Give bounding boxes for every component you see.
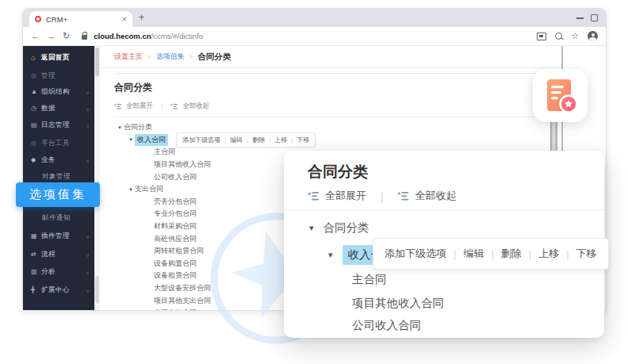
expand-all-button[interactable]: 全部展开: [325, 189, 366, 203]
flow-icon: ⇄: [31, 251, 41, 258]
action-delete[interactable]: 删除: [501, 247, 522, 261]
tree-node-label[interactable]: 项目其他收入合同: [352, 296, 444, 311]
sidebar-item-process[interactable]: ⇄ 流程 ∨: [23, 248, 94, 261]
separator: |: [566, 248, 569, 260]
send-to-devices-icon[interactable]: [537, 33, 546, 40]
platform-tools-icon: ◎: [31, 140, 41, 147]
sidebar-item-label: 扩展中心: [41, 285, 70, 295]
breadcrumb-settings-home[interactable]: 设置主页: [114, 52, 143, 62]
analysis-icon: ▥: [31, 269, 41, 275]
sidebar-item-log-management[interactable]: ▤ 日志管理 ∨: [23, 119, 94, 132]
minimize-icon[interactable]: [576, 17, 584, 19]
zoom-icon[interactable]: [555, 33, 562, 40]
sidebar-item-management[interactable]: ◎ 管理: [23, 70, 94, 82]
browser-titlebar: CRM+ × +: [23, 9, 606, 27]
sidebar-item-analysis[interactable]: ▥ 分析 ∨: [23, 266, 94, 278]
log-icon: ▤: [31, 122, 41, 128]
tree-node-label[interactable]: 支出合同: [135, 184, 163, 194]
action-move-up[interactable]: 上移: [538, 247, 559, 261]
document-star-icon: [544, 78, 577, 114]
tree-node-label-selected[interactable]: 收入合同: [135, 134, 168, 146]
sidebar-item-mail-notification[interactable]: 邮件通知: [23, 212, 94, 224]
sidebar-item-plugin-management[interactable]: ▦ 插件管理 ∨: [23, 230, 94, 243]
separator: |: [291, 136, 293, 144]
new-tab-button[interactable]: +: [139, 12, 144, 23]
separator: |: [491, 248, 493, 260]
tree-node-label[interactable]: 主合同: [352, 272, 387, 287]
profile-avatar[interactable]: [588, 31, 598, 41]
browser-tab[interactable]: CRM+ ×: [29, 11, 132, 27]
sidebar-scrollbar[interactable]: [94, 46, 100, 310]
expand-all-button[interactable]: 全部展开: [126, 102, 153, 111]
tree-node-label[interactable]: 大型设备安拆合同: [154, 283, 211, 293]
tree-node[interactable]: 公司收入合同: [352, 318, 421, 333]
sidebar-item-platform-tools[interactable]: ◎ 平台工具: [23, 137, 94, 150]
caret-down-icon[interactable]: ▾: [309, 223, 314, 233]
collapse-all-icon: [170, 103, 178, 110]
tree-node-label[interactable]: 合同分类: [324, 220, 370, 236]
tree-node-label[interactable]: 公司收入合同: [154, 172, 197, 182]
action-move-down[interactable]: 下移: [576, 247, 597, 261]
tree-node-label[interactable]: 公司收入合同: [352, 318, 421, 333]
tree-node-label[interactable]: 合同分类: [124, 122, 152, 132]
tree-node-label[interactable]: 劳务分包合同: [154, 197, 197, 207]
caret-down-icon[interactable]: ▾: [127, 136, 135, 143]
sidebar-item-extension-center[interactable]: ╋ 扩展中心 ∨: [23, 284, 94, 297]
back-icon[interactable]: ←: [31, 32, 40, 40]
bookmark-star-icon[interactable]: ☆: [571, 32, 579, 40]
tree-node-income[interactable]: ▾ 收入合同 添加下级选项 | 编辑 | 删除 | 上移 | 下移: [114, 134, 547, 147]
caret-down-icon[interactable]: ▾: [116, 125, 124, 131]
option-sets-callout[interactable]: 选项值集: [16, 182, 100, 207]
sidebar-item-data[interactable]: ◷ 数据 ∨: [23, 102, 94, 115]
action-move-down[interactable]: 下移: [297, 136, 309, 144]
tree-node-label[interactable]: 周转材租赁合同: [154, 246, 204, 256]
tree-node-root[interactable]: ▾ 合同分类: [309, 220, 370, 236]
tab-close-icon[interactable]: ×: [122, 15, 127, 24]
sidebar-item-object-management[interactable]: 对象管理: [23, 171, 94, 183]
action-move-up[interactable]: 上移: [274, 136, 287, 144]
tree-node-label[interactable]: 材料采购合同: [154, 221, 197, 232]
tree-node[interactable]: 主合同: [352, 272, 387, 287]
action-edit[interactable]: 编辑: [463, 247, 484, 261]
page-title: 合同分类: [114, 81, 547, 94]
separator: |: [269, 136, 270, 144]
expand-all-icon: [308, 191, 319, 201]
sidebar-item-business[interactable]: ◆ 业务 ∨: [23, 154, 94, 167]
tree-node-label[interactable]: 项目其他支出合同: [154, 296, 211, 306]
sidebar-item-label: 日志管理: [41, 121, 70, 130]
scrollbar-thumb[interactable]: [95, 48, 99, 76]
separator: |: [247, 136, 248, 144]
tree-node-label[interactable]: 商砼供应合同: [154, 234, 197, 244]
tree-node[interactable]: 项目其他收入合同: [352, 296, 444, 311]
action-edit[interactable]: 编辑: [230, 136, 243, 144]
tree-node-label[interactable]: 专业分包合同: [154, 209, 197, 219]
caret-down-icon[interactable]: ▾: [127, 186, 135, 193]
reload-icon[interactable]: ↻: [63, 32, 70, 40]
scrollbar-thumb[interactable]: [95, 276, 99, 303]
tree-node-label[interactable]: 公司支出合同: [154, 308, 197, 310]
separator: |: [224, 136, 226, 144]
sidebar-item-org-structure[interactable]: ▲ 组织结构 ∨: [23, 86, 94, 98]
org-structure-icon: ▲: [31, 89, 41, 95]
action-delete[interactable]: 删除: [252, 136, 265, 144]
tree-node-label[interactable]: 设备购置合同: [154, 259, 197, 269]
sidebar-item-label: 流程: [41, 250, 56, 259]
tree-node-label[interactable]: 设备租赁合同: [154, 270, 197, 281]
sidebar-item-home[interactable]: ⌂ 返回首页: [23, 52, 94, 64]
url-bar[interactable]: cloud.hecom.cn/ccms/#/dictinfo: [94, 32, 203, 40]
overlay-tree-toolbar: 全部展开 | 全部收起: [308, 189, 456, 203]
breadcrumb-separator: >: [190, 53, 193, 60]
action-add-child[interactable]: 添加下级选项: [385, 247, 446, 261]
action-add-child[interactable]: 添加下级选项: [182, 136, 220, 144]
sidebar-item-label: 数据: [41, 104, 56, 113]
tree-node-label[interactable]: 主合同: [154, 147, 175, 157]
caret-down-icon[interactable]: ▾: [328, 250, 333, 260]
restore-icon[interactable]: [591, 14, 598, 21]
node-actions-bubble: 添加下级选项 | 编辑 | 删除 | 上移 | 下移: [176, 132, 316, 148]
url-host: cloud.hecom.cn: [94, 32, 151, 40]
collapse-all-button[interactable]: 全部收起: [182, 102, 209, 111]
breadcrumb-option-sets[interactable]: 选项值集: [156, 52, 185, 62]
collapse-all-button[interactable]: 全部收起: [415, 189, 456, 203]
forward-icon[interactable]: →: [47, 32, 56, 40]
tree-node-label[interactable]: 项目其他收入合同: [154, 159, 211, 170]
